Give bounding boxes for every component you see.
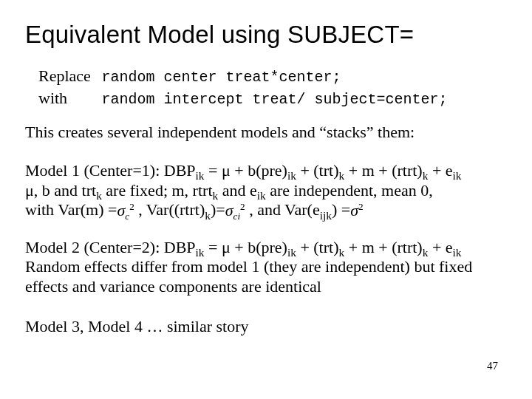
m1-line3-c: )= xyxy=(211,201,225,219)
intro-paragraph: This creates several independent models … xyxy=(25,123,507,142)
replace-label: Replace xyxy=(38,65,98,87)
slide: Equivalent Model using SUBJECT= Replace … xyxy=(0,0,532,399)
slide-title: Equivalent Model using SUBJECT= xyxy=(25,21,507,49)
sigma-c: σc2 xyxy=(117,201,134,219)
m1-line1-a: Model 1 (Center=1): DBP xyxy=(25,161,196,180)
m2-line3: effects and variance components are iden… xyxy=(25,277,321,296)
m1-line3-b: , Var((rtrt) xyxy=(134,201,205,219)
code-line-2: random intercept treat/ subject=center; xyxy=(102,91,448,108)
m1-eq2: + (trt) xyxy=(296,161,339,180)
sigma-e: σ2 xyxy=(350,201,363,219)
m2-eq1: = μ + b(pre) xyxy=(205,238,287,256)
sigma-ci: σci2 xyxy=(225,201,245,219)
m1-line3-d: , and Var(e xyxy=(245,201,320,219)
model-1-block: Model 1 (Center=1): DBPik = μ + b(pre)ik… xyxy=(25,161,507,220)
sub-k5: k xyxy=(205,209,211,222)
model-3-line: Model 3, Model 4 … similar story xyxy=(25,317,507,336)
m1-line2-a: μ, b and trt xyxy=(25,181,96,200)
model-2-block: Model 2 (Center=2): DBPik = μ + b(pre)ik… xyxy=(25,238,507,296)
m1-eq3: + m + (rtrt) xyxy=(344,161,422,180)
m2-eq2: + (trt) xyxy=(296,238,339,256)
m1-line3-e: ) = xyxy=(332,201,350,219)
m1-line2-c: and e xyxy=(218,181,257,200)
sub-ik3: ik xyxy=(453,170,462,183)
code-line-1: random center treat*center; xyxy=(102,69,341,86)
with-label: with xyxy=(38,87,98,109)
replace-line-2: with random intercept treat/ subject=cen… xyxy=(38,87,507,109)
m1-line3-a: with Var(m) = xyxy=(25,201,117,219)
m1-line2-d: are independent, mean 0, xyxy=(266,181,433,200)
m1-eq4: + e xyxy=(428,161,452,180)
m2-eq3: + m + (rtrt) xyxy=(344,238,422,256)
m1-line2-b: are fixed; m, rtrt xyxy=(102,181,213,200)
replace-line-1: Replace random center treat*center; xyxy=(38,65,507,87)
m2-line1-a: Model 2 (Center=2): DBP xyxy=(25,238,196,256)
m2-line2: Random effects differ from model 1 (they… xyxy=(25,257,472,276)
m2-eq4: + e xyxy=(428,238,452,256)
m1-eq1: = μ + b(pre) xyxy=(205,161,287,180)
page-number: 47 xyxy=(487,360,498,372)
sub-ijk: ijk xyxy=(320,209,332,222)
